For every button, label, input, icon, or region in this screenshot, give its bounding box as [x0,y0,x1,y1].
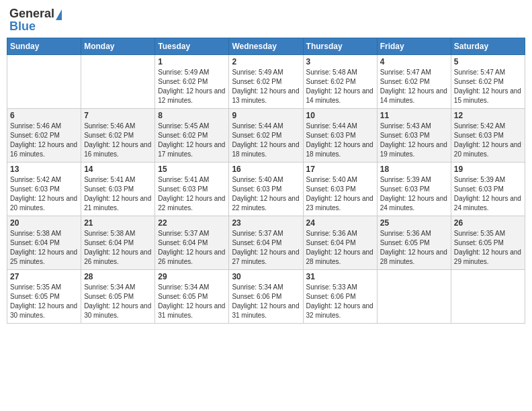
calendar-cell: 19Sunrise: 5:39 AM Sunset: 6:03 PM Dayli… [451,163,525,216]
calendar-cell: 11Sunrise: 5:43 AM Sunset: 6:03 PM Dayli… [377,109,451,163]
header-thursday: Thursday [303,38,377,55]
calendar-cell: 29Sunrise: 5:34 AM Sunset: 6:05 PM Dayli… [155,270,229,324]
day-info: Sunrise: 5:41 AM Sunset: 6:03 PM Dayligh… [158,175,226,213]
day-info: Sunrise: 5:34 AM Sunset: 6:05 PM Dayligh… [158,283,226,320]
calendar-cell: 4Sunrise: 5:47 AM Sunset: 6:02 PM Daylig… [377,55,451,109]
calendar-cell [451,270,525,324]
day-info: Sunrise: 5:48 AM Sunset: 6:02 PM Dayligh… [306,68,374,105]
calendar-cell: 24Sunrise: 5:36 AM Sunset: 6:04 PM Dayli… [303,216,377,270]
day-number: 3 [306,57,374,66]
calendar-cell [81,55,155,109]
day-number: 8 [158,111,226,120]
day-number: 25 [380,218,448,228]
day-number: 17 [306,165,374,174]
calendar-cell: 27Sunrise: 5:35 AM Sunset: 6:05 PM Dayli… [7,270,81,324]
day-info: Sunrise: 5:45 AM Sunset: 6:02 PM Dayligh… [158,122,226,159]
calendar-week-row: 6Sunrise: 5:46 AM Sunset: 6:02 PM Daylig… [7,109,525,163]
day-number: 7 [84,111,152,120]
calendar-header-row: SundayMondayTuesdayWednesdayThursdayFrid… [7,38,525,55]
day-info: Sunrise: 5:42 AM Sunset: 6:03 PM Dayligh… [454,122,522,159]
day-number: 21 [84,218,152,228]
day-info: Sunrise: 5:40 AM Sunset: 6:03 PM Dayligh… [306,175,374,213]
day-info: Sunrise: 5:36 AM Sunset: 6:04 PM Dayligh… [306,229,374,267]
day-info: Sunrise: 5:40 AM Sunset: 6:03 PM Dayligh… [232,175,300,213]
calendar-cell: 6Sunrise: 5:46 AM Sunset: 6:02 PM Daylig… [7,109,81,163]
calendar-cell: 21Sunrise: 5:38 AM Sunset: 6:04 PM Dayli… [81,216,155,270]
day-info: Sunrise: 5:49 AM Sunset: 6:02 PM Dayligh… [232,68,300,105]
day-info: Sunrise: 5:37 AM Sunset: 6:04 PM Dayligh… [232,229,300,267]
day-number: 12 [454,111,522,120]
day-info: Sunrise: 5:34 AM Sunset: 6:06 PM Dayligh… [232,283,300,320]
day-number: 16 [232,165,300,174]
day-info: Sunrise: 5:35 AM Sunset: 6:05 PM Dayligh… [10,283,78,320]
calendar-cell: 14Sunrise: 5:41 AM Sunset: 6:03 PM Dayli… [81,163,155,216]
day-number: 10 [306,111,374,120]
calendar-cell: 10Sunrise: 5:44 AM Sunset: 6:03 PM Dayli… [303,109,377,163]
calendar-cell: 5Sunrise: 5:47 AM Sunset: 6:02 PM Daylig… [451,55,525,109]
day-info: Sunrise: 5:33 AM Sunset: 6:06 PM Dayligh… [306,283,374,320]
day-info: Sunrise: 5:34 AM Sunset: 6:05 PM Dayligh… [84,283,152,320]
day-number: 31 [306,272,374,281]
calendar-cell: 7Sunrise: 5:46 AM Sunset: 6:02 PM Daylig… [81,109,155,163]
day-info: Sunrise: 5:49 AM Sunset: 6:02 PM Dayligh… [158,68,226,105]
calendar-table: SundayMondayTuesdayWednesdayThursdayFrid… [7,38,525,324]
calendar-cell: 22Sunrise: 5:37 AM Sunset: 6:04 PM Dayli… [155,216,229,270]
day-number: 22 [158,218,226,228]
day-number: 14 [84,165,152,174]
day-number: 4 [380,57,448,66]
day-info: Sunrise: 5:44 AM Sunset: 6:03 PM Dayligh… [306,122,374,159]
calendar-cell: 31Sunrise: 5:33 AM Sunset: 6:06 PM Dayli… [303,270,377,324]
header-monday: Monday [81,38,155,55]
logo-general: General [9,7,54,21]
calendar-week-row: 20Sunrise: 5:38 AM Sunset: 6:04 PM Dayli… [7,216,525,270]
calendar-cell: 28Sunrise: 5:34 AM Sunset: 6:05 PM Dayli… [81,270,155,324]
day-number: 28 [84,272,152,281]
calendar-week-row: 13Sunrise: 5:42 AM Sunset: 6:03 PM Dayli… [7,163,525,216]
calendar-cell: 30Sunrise: 5:34 AM Sunset: 6:06 PM Dayli… [229,270,303,324]
calendar-cell: 20Sunrise: 5:38 AM Sunset: 6:04 PM Dayli… [7,216,81,270]
day-number: 5 [454,57,522,66]
day-info: Sunrise: 5:44 AM Sunset: 6:02 PM Dayligh… [232,122,300,159]
day-number: 19 [454,165,522,174]
calendar-cell: 2Sunrise: 5:49 AM Sunset: 6:02 PM Daylig… [229,55,303,109]
day-number: 15 [158,165,226,174]
calendar-cell: 25Sunrise: 5:36 AM Sunset: 6:05 PM Dayli… [377,216,451,270]
logo-blue: Blue [9,19,36,34]
calendar-week-row: 1Sunrise: 5:49 AM Sunset: 6:02 PM Daylig… [7,55,525,109]
day-info: Sunrise: 5:42 AM Sunset: 6:03 PM Dayligh… [10,175,78,213]
page-header: General Blue [7,7,525,34]
day-info: Sunrise: 5:36 AM Sunset: 6:05 PM Dayligh… [380,229,448,267]
calendar-cell: 16Sunrise: 5:40 AM Sunset: 6:03 PM Dayli… [229,163,303,216]
day-number: 29 [158,272,226,281]
day-number: 6 [10,111,78,120]
day-number: 27 [10,272,78,281]
day-number: 20 [10,218,78,228]
calendar-cell [377,270,451,324]
calendar-cell: 26Sunrise: 5:35 AM Sunset: 6:05 PM Dayli… [451,216,525,270]
calendar-week-row: 27Sunrise: 5:35 AM Sunset: 6:05 PM Dayli… [7,270,525,324]
day-info: Sunrise: 5:47 AM Sunset: 6:02 PM Dayligh… [454,68,522,105]
day-number: 11 [380,111,448,120]
calendar-cell [7,55,81,109]
header-tuesday: Tuesday [155,38,229,55]
day-info: Sunrise: 5:41 AM Sunset: 6:03 PM Dayligh… [84,175,152,213]
header-wednesday: Wednesday [229,38,303,55]
day-number: 30 [232,272,300,281]
calendar-cell: 9Sunrise: 5:44 AM Sunset: 6:02 PM Daylig… [229,109,303,163]
day-info: Sunrise: 5:43 AM Sunset: 6:03 PM Dayligh… [380,122,448,159]
day-number: 9 [232,111,300,120]
day-number: 1 [158,57,226,66]
day-info: Sunrise: 5:37 AM Sunset: 6:04 PM Dayligh… [158,229,226,267]
calendar-cell: 17Sunrise: 5:40 AM Sunset: 6:03 PM Dayli… [303,163,377,216]
header-saturday: Saturday [451,38,525,55]
day-info: Sunrise: 5:39 AM Sunset: 6:03 PM Dayligh… [454,175,522,213]
day-number: 23 [232,218,300,228]
day-info: Sunrise: 5:46 AM Sunset: 6:02 PM Dayligh… [84,122,152,159]
day-number: 2 [232,57,300,66]
calendar-cell: 13Sunrise: 5:42 AM Sunset: 6:03 PM Dayli… [7,163,81,216]
day-info: Sunrise: 5:47 AM Sunset: 6:02 PM Dayligh… [380,68,448,105]
day-number: 18 [380,165,448,174]
day-number: 13 [10,165,78,174]
calendar-cell: 18Sunrise: 5:39 AM Sunset: 6:03 PM Dayli… [377,163,451,216]
calendar-cell: 3Sunrise: 5:48 AM Sunset: 6:02 PM Daylig… [303,55,377,109]
